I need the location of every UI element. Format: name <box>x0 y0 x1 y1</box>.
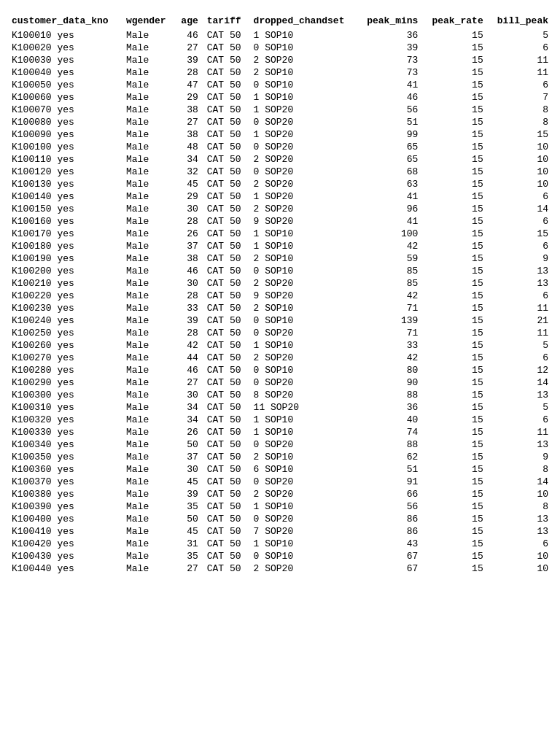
cell-bill-peak: 6 <box>488 414 553 426</box>
cell-dropped: 1 SOP10 <box>249 538 358 550</box>
cell-peak-rate: 15 <box>422 401 487 414</box>
cell-gender: Male <box>122 562 174 575</box>
cell-gender: Male <box>122 426 174 438</box>
cell-peak-rate: 15 <box>422 190 487 203</box>
cell-bill-peak: 6 <box>488 538 553 550</box>
table-row: K100050 yesMale47CAT 500 SOP1041156 <box>7 79 553 91</box>
table-row: K100380 yesMale39CAT 502 SOP20661510 <box>7 488 553 500</box>
cell-bill-peak: 5 <box>488 401 553 414</box>
cell-gender: Male <box>122 215 174 228</box>
cell-age: 34 <box>174 414 202 426</box>
table-row: K100330 yesMale26CAT 501 SOP10741511 <box>7 426 553 438</box>
cell-gender: Male <box>122 438 174 451</box>
table-row: K100340 yesMale50CAT 500 SOP20881513 <box>7 438 553 451</box>
cell-age: 39 <box>174 314 202 327</box>
cell-customer: K100150 yes <box>7 203 122 215</box>
col-header-dropped-chandset: dropped_chandset <box>249 15 358 29</box>
cell-dropped: 1 SOP20 <box>249 104 358 116</box>
cell-tariff: CAT 50 <box>203 91 249 104</box>
cell-peak-rate: 15 <box>422 116 487 128</box>
col-header-bill-peak: bill_peak <box>488 15 553 29</box>
cell-gender: Male <box>122 376 174 389</box>
cell-tariff: CAT 50 <box>203 327 249 339</box>
cell-bill-peak: 11 <box>488 54 553 66</box>
cell-age: 31 <box>174 538 202 550</box>
cell-gender: Male <box>122 203 174 215</box>
cell-tariff: CAT 50 <box>203 314 249 327</box>
cell-dropped: 0 SOP10 <box>249 265 358 277</box>
table-row: K100180 yesMale37CAT 501 SOP1042156 <box>7 240 553 252</box>
cell-tariff: CAT 50 <box>203 500 249 513</box>
cell-customer: K100130 yes <box>7 178 122 190</box>
cell-peak-mins: 65 <box>357 141 422 153</box>
cell-age: 34 <box>174 401 202 414</box>
cell-gender: Male <box>122 327 174 339</box>
cell-gender: Male <box>122 265 174 277</box>
col-header-peak-rate: peak_rate <box>422 15 487 29</box>
cell-gender: Male <box>122 228 174 240</box>
table-row: K100110 yesMale34CAT 502 SOP20651510 <box>7 153 553 166</box>
cell-age: 37 <box>174 451 202 463</box>
cell-peak-rate: 15 <box>422 488 487 500</box>
cell-dropped: 2 SOP20 <box>249 153 358 166</box>
cell-peak-mins: 51 <box>357 116 422 128</box>
cell-customer: K100040 yes <box>7 66 122 79</box>
cell-age: 28 <box>174 290 202 302</box>
cell-age: 45 <box>174 476 202 488</box>
cell-customer: K100080 yes <box>7 116 122 128</box>
cell-tariff: CAT 50 <box>203 178 249 190</box>
cell-peak-rate: 15 <box>422 426 487 438</box>
cell-peak-rate: 15 <box>422 513 487 525</box>
cell-dropped: 8 SOP20 <box>249 389 358 401</box>
cell-peak-mins: 41 <box>357 215 422 228</box>
cell-bill-peak: 11 <box>488 426 553 438</box>
cell-gender: Male <box>122 463 174 476</box>
cell-tariff: CAT 50 <box>203 42 249 54</box>
cell-peak-mins: 56 <box>357 104 422 116</box>
cell-dropped: 2 SOP20 <box>249 352 358 364</box>
cell-tariff: CAT 50 <box>203 463 249 476</box>
table-row: K100010 yesMale46CAT 501 SOP1036155 <box>7 29 553 42</box>
cell-dropped: 6 SOP10 <box>249 463 358 476</box>
cell-dropped: 0 SOP10 <box>249 79 358 91</box>
cell-bill-peak: 6 <box>488 240 553 252</box>
table-row: K100220 yesMale28CAT 509 SOP2042156 <box>7 290 553 302</box>
table-row: K100130 yesMale45CAT 502 SOP20631510 <box>7 178 553 190</box>
cell-gender: Male <box>122 54 174 66</box>
cell-peak-mins: 59 <box>357 252 422 265</box>
table-row: K100160 yesMale28CAT 509 SOP2041156 <box>7 215 553 228</box>
cell-customer: K100390 yes <box>7 500 122 513</box>
cell-customer: K100250 yes <box>7 327 122 339</box>
table-row: K100190 yesMale38CAT 502 SOP1059159 <box>7 252 553 265</box>
table-row: K100120 yesMale32CAT 500 SOP20681510 <box>7 166 553 178</box>
cell-peak-rate: 15 <box>422 277 487 290</box>
cell-gender: Male <box>122 339 174 352</box>
cell-dropped: 1 SOP10 <box>249 426 358 438</box>
cell-peak-mins: 86 <box>357 513 422 525</box>
table-row: K100060 yesMale29CAT 501 SOP1046157 <box>7 91 553 104</box>
cell-peak-rate: 15 <box>422 290 487 302</box>
cell-bill-peak: 10 <box>488 550 553 562</box>
cell-age: 35 <box>174 550 202 562</box>
cell-peak-rate: 15 <box>422 54 487 66</box>
cell-peak-rate: 15 <box>422 178 487 190</box>
cell-dropped: 2 SOP20 <box>249 203 358 215</box>
cell-customer: K100050 yes <box>7 79 122 91</box>
cell-peak-mins: 99 <box>357 128 422 141</box>
cell-tariff: CAT 50 <box>203 451 249 463</box>
cell-dropped: 2 SOP10 <box>249 66 358 79</box>
cell-peak-rate: 15 <box>422 538 487 550</box>
cell-dropped: 1 SOP20 <box>249 190 358 203</box>
cell-tariff: CAT 50 <box>203 302 249 314</box>
cell-peak-rate: 15 <box>422 352 487 364</box>
cell-customer: K100010 yes <box>7 29 122 42</box>
col-header-tariff: tariff <box>203 15 249 29</box>
cell-peak-mins: 33 <box>357 339 422 352</box>
cell-age: 29 <box>174 190 202 203</box>
cell-dropped: 11 SOP20 <box>249 401 358 414</box>
table-row: K100170 yesMale26CAT 501 SOP101001515 <box>7 228 553 240</box>
cell-peak-mins: 42 <box>357 240 422 252</box>
cell-tariff: CAT 50 <box>203 79 249 91</box>
cell-tariff: CAT 50 <box>203 364 249 376</box>
cell-bill-peak: 5 <box>488 339 553 352</box>
